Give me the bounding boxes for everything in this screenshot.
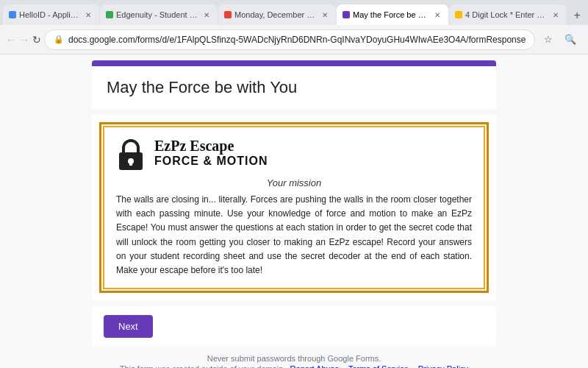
tab-favicon-force	[343, 11, 350, 18]
tab-force[interactable]: May the Force be with You ✕	[337, 4, 448, 25]
mission-gold-outer: EzPz Escape FORCE & MOTION Your mission …	[99, 122, 489, 293]
form-title: May the Force be with You	[107, 78, 481, 97]
mission-inner-content: EzPz Escape FORCE & MOTION Your mission …	[103, 126, 485, 289]
mission-card: EzPz Escape FORCE & MOTION Your mission …	[92, 115, 496, 300]
tab-label-edgenuity: Edgenuity - Student Learning...	[116, 10, 198, 19]
address-text: docs.google.com/forms/d/e/1FAlpQLSfinzq-…	[68, 35, 526, 45]
tab-favicon-helloid	[9, 11, 16, 18]
back-button[interactable]: ←	[6, 29, 16, 50]
footer-domain: This form was created outside of your do…	[120, 364, 286, 368]
mission-header: EzPz Escape FORCE & MOTION	[116, 138, 472, 171]
lock-mission-icon	[116, 138, 146, 171]
page-content: EzPz Escape May the Force be with You	[0, 54, 588, 368]
terms-link[interactable]: Terms of Service	[348, 364, 409, 368]
tab-label-helloid: HelloID - Applications	[19, 10, 80, 19]
tab-close-helloid[interactable]: ✕	[83, 10, 93, 20]
bookmark-button[interactable]: ☆	[538, 29, 559, 50]
tab-monday[interactable]: Monday, December 7th - ESC... ✕	[218, 4, 336, 25]
privacy-link[interactable]: Privacy Policy	[418, 364, 468, 368]
tab-edgenuity[interactable]: Edgenuity - Student Learning... ✕	[100, 4, 218, 25]
address-bar[interactable]: 🔒 docs.google.com/forms/d/e/1FAlpQLSfinz…	[44, 29, 535, 50]
mission-body-text: The walls are closing in... literally. F…	[116, 193, 472, 277]
tab-favicon-lock	[455, 11, 462, 18]
tab-label-lock: 4 Digit Lock * Enter 4 digit nu...	[465, 10, 548, 19]
form-footer: Never submit passwords through Google Fo…	[92, 351, 496, 364]
report-abuse-link[interactable]: Report Abuse	[290, 364, 340, 368]
tab-close-lock[interactable]: ✕	[551, 10, 561, 20]
browser-frame: HelloID - Applications ✕ Edgenuity - Stu…	[0, 0, 588, 368]
svg-rect-7	[129, 161, 132, 166]
tab-close-monday[interactable]: ✕	[320, 10, 330, 20]
next-section: Next	[92, 306, 496, 347]
footer-warning: Never submit passwords through Google Fo…	[207, 354, 381, 363]
nav-bar: ← → ↻ 🔒 docs.google.com/forms/d/e/1FAlpQ…	[0, 25, 588, 54]
tab-label-monday: Monday, December 7th - ESC...	[234, 10, 317, 19]
tab-favicon-edgenuity	[106, 11, 113, 18]
tab-helloid[interactable]: HelloID - Applications ✕	[3, 4, 99, 25]
nav-right-icons: ☆ 🔍 ⋮ G	[538, 29, 588, 50]
forward-button[interactable]: →	[19, 29, 29, 50]
lock-icon: 🔒	[54, 35, 64, 44]
tab-favicon-monday	[224, 11, 232, 18]
reload-button[interactable]: ↻	[32, 29, 41, 50]
force-title: FORCE & MOTION	[154, 155, 268, 168]
tab-lock[interactable]: 4 Digit Lock * Enter 4 digit nu... ✕	[449, 4, 567, 25]
your-mission-label: Your mission	[116, 177, 472, 188]
new-tab-button[interactable]: +	[569, 6, 585, 25]
tab-close-edgenuity[interactable]: ✕	[201, 10, 212, 20]
search-button[interactable]: 🔍	[560, 29, 581, 50]
tab-bar: HelloID - Applications ✕ Edgenuity - Stu…	[0, 0, 588, 25]
form-title-section: May the Force be with You	[92, 60, 496, 109]
mission-titles: EzPz Escape FORCE & MOTION	[154, 138, 268, 168]
ezpz-title: EzPz Escape	[154, 138, 268, 155]
tab-label-force: May the Force be with You	[353, 10, 429, 19]
form-footer-bottom: This form was created outside of your do…	[92, 364, 496, 368]
menu-button[interactable]: ⋮	[582, 29, 588, 50]
tab-close-force[interactable]: ✕	[432, 10, 442, 20]
next-button[interactable]: Next	[104, 315, 153, 338]
